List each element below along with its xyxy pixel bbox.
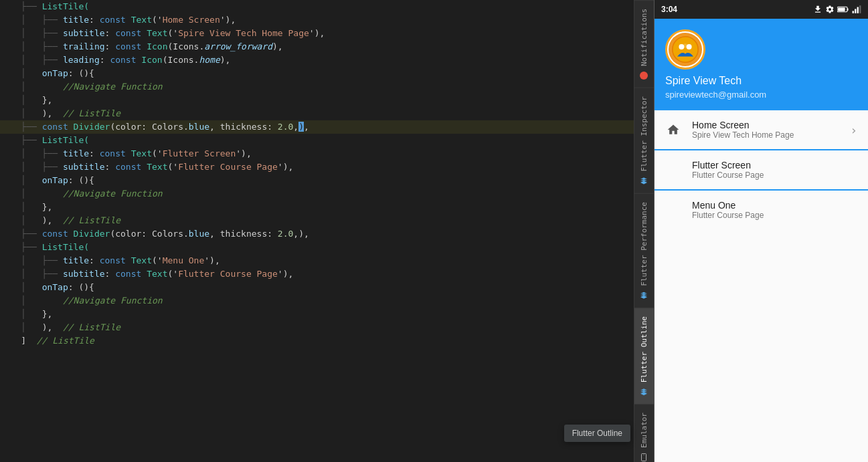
code-line: │ //Navigate Function	[0, 187, 634, 201]
home-item-title: Home Screen	[692, 120, 850, 130]
svg-rect-6	[855, 9, 856, 13]
flutter-inspector-icon	[640, 177, 648, 185]
logo-svg	[672, 36, 699, 63]
sidebar-tab-flutter-performance-label: Flutter Performance	[640, 202, 648, 286]
drawer-item-menu-one[interactable]: Menu One Flutter Course Page	[655, 191, 868, 229]
logo-inner	[669, 33, 702, 66]
flutter-item-subtitle: Flutter Course Page	[692, 170, 857, 180]
home-item-subtitle: Spire View Tech Home Page	[692, 130, 850, 140]
code-line: │ ), // ListTile	[0, 107, 634, 120]
code-line: │ ├── title: const Text('Home Screen'),	[0, 13, 634, 27]
svg-rect-5	[853, 11, 854, 13]
code-line: │ ), // ListTile	[0, 214, 634, 227]
code-line: │ ├── subtitle: const Text('Flutter Cour…	[0, 160, 634, 174]
code-line: │ onTap: (){	[0, 281, 634, 294]
drawer-body: Home Screen Spire View Tech Home Page › …	[655, 110, 868, 462]
app-name: Spire View Tech	[665, 75, 742, 87]
code-lines: ├── ListTile( │ ├── title: const Text('H…	[0, 0, 634, 348]
sidebar-tab-flutter-outline-label: Flutter Outline	[640, 316, 648, 382]
phone-frame: 3:04	[655, 0, 868, 462]
download-icon	[813, 5, 822, 14]
notification-dot-icon	[640, 72, 648, 80]
code-line: │ },	[0, 94, 634, 107]
home-arrow-icon: ›	[850, 123, 857, 137]
code-line: │ ├── subtitle: const Text('Spire View T…	[0, 27, 634, 40]
sidebar-tab-emulator[interactable]: Emulator	[634, 404, 654, 462]
svg-point-1	[644, 455, 644, 455]
code-line: │ },	[0, 308, 634, 321]
sidebar-tab-notifications[interactable]: Notifications	[634, 0, 654, 88]
code-line: │ onTap: (){	[0, 174, 634, 187]
code-line: │ //Navigate Function	[0, 294, 634, 308]
svg-rect-7	[857, 7, 859, 13]
code-line: │ ├── subtitle: const Text('Flutter Cour…	[0, 267, 634, 281]
right-sidebar: Notifications Flutter Inspector Flutter …	[634, 0, 654, 462]
svg-rect-3	[847, 8, 849, 11]
status-time: 3:04	[661, 5, 677, 14]
code-line: │ ├── leading: const Icon(Icons.home),	[0, 53, 634, 67]
home-icon	[665, 122, 681, 138]
menu-one-item-title: Menu One	[692, 200, 857, 211]
emulator-panel: 3:04	[654, 0, 868, 462]
home-item-text: Home Screen Spire View Tech Home Page	[692, 120, 850, 140]
flutter-performance-icon	[640, 292, 648, 300]
code-line: │ },	[0, 201, 634, 214]
sidebar-tab-notifications-label: Notifications	[640, 9, 648, 66]
sidebar-tab-flutter-inspector-label: Flutter Inspector	[640, 96, 648, 172]
flutter-item-title: Flutter Screen	[692, 160, 857, 170]
status-icons	[813, 5, 861, 14]
code-editor[interactable]: ├── ListTile( │ ├── title: const Text('H…	[0, 0, 634, 462]
signal-icon	[852, 5, 861, 13]
settings-icon	[825, 5, 835, 14]
app-logo	[665, 29, 705, 70]
sidebar-tab-flutter-outline[interactable]: Flutter Outline	[634, 308, 654, 404]
app-email: spireviewtech@gmail.com	[665, 90, 766, 100]
code-line: │ ├── title: const Text('Flutter Screen'…	[0, 147, 634, 160]
sidebar-tab-flutter-performance[interactable]: Flutter Performance	[634, 193, 654, 308]
code-line: │ onTap: (){	[0, 67, 634, 80]
flutter-item-text: Flutter Screen Flutter Course Page	[665, 160, 857, 180]
svg-point-9	[673, 37, 698, 62]
phone-status-bar: 3:04	[655, 0, 868, 19]
drawer-item-home[interactable]: Home Screen Spire View Tech Home Page ›	[655, 110, 868, 149]
code-line: │ ├── trailing: const Icon(Icons.arrow_f…	[0, 40, 634, 53]
sidebar-tab-emulator-label: Emulator	[640, 413, 648, 448]
code-line: ├── ListTile(	[0, 241, 634, 254]
svg-rect-4	[838, 7, 845, 11]
drawer-item-flutter[interactable]: Flutter Screen Flutter Course Page	[655, 150, 868, 189]
code-line: ] // ListTile	[0, 334, 634, 348]
sidebar-tab-flutter-inspector[interactable]: Flutter Inspector	[634, 88, 654, 193]
menu-one-item-text: Menu One Flutter Course Page	[665, 200, 857, 220]
code-line: │ //Navigate Function	[0, 80, 634, 94]
code-line: ├── ListTile(	[0, 0, 634, 13]
code-line-highlighted: ├── const Divider(color: Colors.blue, th…	[0, 120, 634, 134]
battery-icon	[837, 6, 849, 13]
code-line: │ ├── title: const Text('Menu One'),	[0, 254, 634, 267]
emulator-icon	[640, 453, 648, 461]
flutter-outline-icon	[640, 388, 648, 396]
code-line: ├── const Divider(color: Colors.blue, th…	[0, 227, 634, 241]
code-line: │ ), // ListTile	[0, 321, 634, 334]
svg-rect-8	[859, 5, 861, 13]
flutter-outline-tooltip: Flutter Outline	[564, 425, 630, 442]
phone-header: Spire View Tech spireviewtech@gmail.com	[655, 19, 868, 110]
svg-point-12	[683, 43, 687, 47]
menu-one-item-subtitle: Flutter Course Page	[692, 211, 857, 220]
code-line: ├── ListTile(	[0, 134, 634, 147]
